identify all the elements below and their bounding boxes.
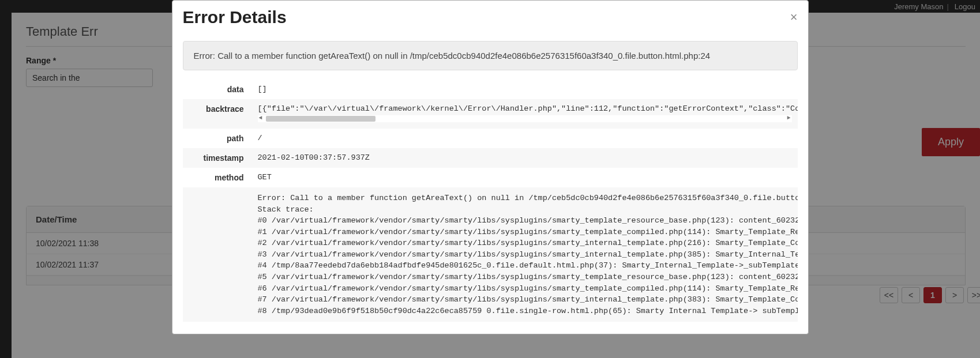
detail-table: data [] backtrace [{"file":"\/var\/virtu… [183, 80, 798, 322]
val-stack[interactable]: Error: Call to a member function getArea… [252, 187, 798, 322]
val-timestamp: 2021-02-10T00:37:57.937Z [252, 148, 798, 168]
key-backtrace: backtrace [183, 99, 252, 129]
error-details-modal: Error Details × Error: Call to a member … [172, 0, 809, 334]
val-method: GET [252, 168, 798, 187]
hscroll-thumb[interactable] [266, 116, 376, 122]
key-method: method [183, 168, 252, 187]
close-icon[interactable]: × [790, 11, 798, 24]
hscroll-right-icon[interactable]: ► [787, 115, 790, 121]
error-banner: Error: Call to a member function getArea… [183, 41, 798, 70]
key-data: data [183, 80, 252, 99]
key-path: path [183, 129, 252, 148]
hscroll-track[interactable]: ◄ ► [258, 115, 792, 122]
key-stack [183, 187, 252, 322]
val-backtrace[interactable]: [{"file":"\/var\/virtual\/framework\/ker… [252, 99, 798, 129]
key-timestamp: timestamp [183, 148, 252, 168]
val-path: / [252, 129, 798, 148]
modal-title: Error Details [183, 7, 287, 27]
modal-overlay[interactable]: Error Details × Error: Call to a member … [0, 0, 980, 358]
val-data: [] [252, 80, 798, 99]
hscroll-left-icon[interactable]: ◄ [259, 115, 262, 121]
